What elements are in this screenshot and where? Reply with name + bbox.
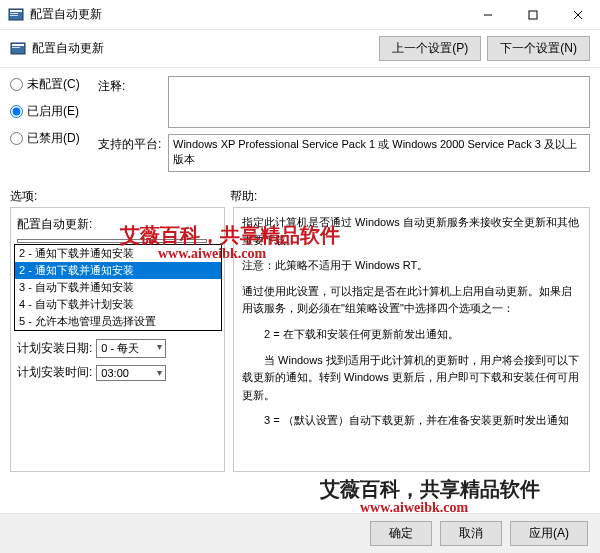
svg-rect-10 xyxy=(12,47,20,48)
close-button[interactable] xyxy=(555,0,600,30)
platform-text: Windows XP Professional Service Pack 1 或… xyxy=(168,134,590,172)
policy-icon xyxy=(8,7,24,23)
policy-icon xyxy=(10,41,26,57)
ok-button[interactable]: 确定 xyxy=(370,521,432,546)
next-setting-button[interactable]: 下一个设置(N) xyxy=(487,36,590,61)
cancel-button[interactable]: 取消 xyxy=(440,521,502,546)
comment-input[interactable] xyxy=(168,76,590,128)
schedule-time-combo[interactable]: 03:00 xyxy=(96,365,166,381)
radio-enabled[interactable] xyxy=(10,105,23,118)
svg-rect-9 xyxy=(12,44,24,46)
svg-rect-1 xyxy=(10,10,22,12)
help-panel: 指定此计算机是否通过 Windows 自动更新服务来接收安全更新和其他重要下载。… xyxy=(233,207,590,472)
help-text: 指定此计算机是否通过 Windows 自动更新服务来接收安全更新和其他重要下载。 xyxy=(242,214,581,249)
help-text: 3 = （默认设置）自动下载更新，并在准备安装更新时发出通知 xyxy=(242,412,581,430)
apply-button[interactable]: 应用(A) xyxy=(510,521,588,546)
platform-label: 支持的平台: xyxy=(98,134,168,172)
dropdown-item[interactable]: 3 - 自动下载并通知安装 xyxy=(15,279,221,296)
radio-not-configured[interactable] xyxy=(10,78,23,91)
radio-disabled[interactable] xyxy=(10,132,23,145)
configure-dropdown-list[interactable]: 2 - 通知下载并通知安装2 - 通知下载并通知安装3 - 自动下载并通知安装4… xyxy=(14,244,222,331)
svg-rect-5 xyxy=(529,11,537,19)
dropdown-item[interactable]: 2 - 通知下载并通知安装 xyxy=(15,245,221,262)
svg-rect-3 xyxy=(10,15,18,16)
subheader: 配置自动更新 上一个设置(P) 下一个设置(N) xyxy=(0,30,600,68)
minimize-button[interactable] xyxy=(465,0,510,30)
dropdown-item[interactable]: 2 - 通知下载并通知安装 xyxy=(15,262,221,279)
configure-label: 配置自动更新: xyxy=(17,216,92,233)
schedule-day-label: 计划安装日期: xyxy=(17,340,92,357)
maximize-button[interactable] xyxy=(510,0,555,30)
help-label: 帮助: xyxy=(230,188,257,205)
options-label: 选项: xyxy=(10,188,230,205)
options-panel: 配置自动更新: 计划安装日期: 0 - 每天 计划安装时间: 03:00 2 -… xyxy=(10,207,225,472)
help-text: 通过使用此设置，可以指定是否在此计算机上启用自动更新。如果启用该服务，则必须在"… xyxy=(242,283,581,318)
prev-setting-button[interactable]: 上一个设置(P) xyxy=(379,36,481,61)
dropdown-item[interactable]: 5 - 允许本地管理员选择设置 xyxy=(15,313,221,330)
help-text: 2 = 在下载和安装任何更新前发出通知。 xyxy=(242,326,581,344)
svg-rect-2 xyxy=(10,13,18,14)
schedule-day-combo[interactable]: 0 - 每天 xyxy=(96,339,166,358)
titlebar: 配置自动更新 xyxy=(0,0,600,30)
policy-name: 配置自动更新 xyxy=(32,40,373,57)
help-text: 当 Windows 找到适用于此计算机的更新时，用户将会接到可以下载更新的通知。… xyxy=(242,352,581,405)
state-radios: 未配置(C) 已启用(E) 已禁用(D) xyxy=(10,76,90,178)
configure-combo[interactable] xyxy=(17,239,207,243)
comment-label: 注释: xyxy=(98,76,168,128)
window-title: 配置自动更新 xyxy=(30,6,465,23)
footer: 确定 取消 应用(A) xyxy=(0,513,600,553)
dropdown-item[interactable]: 4 - 自动下载并计划安装 xyxy=(15,296,221,313)
schedule-time-label: 计划安装时间: xyxy=(17,364,92,381)
watermark-text: 艾薇百科，共享精品软件 xyxy=(320,476,540,503)
help-text: 注意：此策略不适用于 Windows RT。 xyxy=(242,257,581,275)
